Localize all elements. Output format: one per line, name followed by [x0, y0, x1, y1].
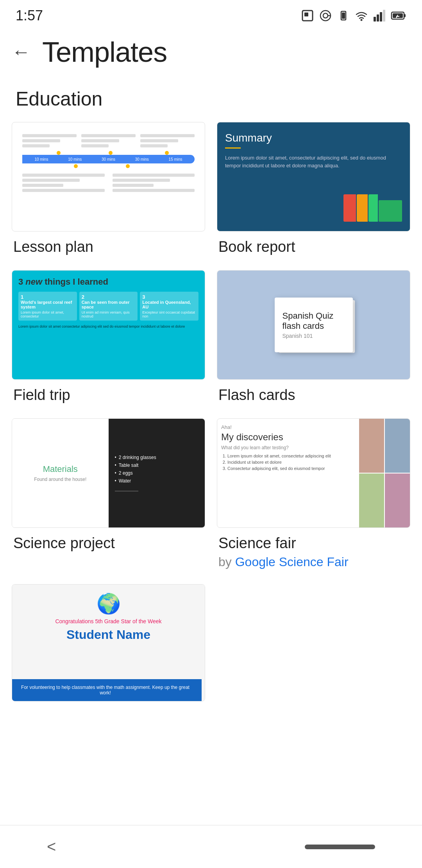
template-item-flash-cards[interactable]: Spanish Quiz flash cards Spanish 101 Fla… [217, 270, 410, 407]
student-congrats: Congratulations 5th Grade Star of the We… [55, 618, 161, 624]
globe-icon: 🌍 [97, 592, 121, 615]
template-thumb-science-fair: Aha! My discoveries What did you learn a… [217, 418, 410, 528]
back-button[interactable]: ← [12, 43, 30, 61]
signal-icon [373, 9, 386, 22]
template-item-field-trip[interactable]: 3 new things I learned 1 World's largest… [12, 270, 205, 407]
svg-rect-13 [404, 14, 406, 17]
template-thumb-field-trip: 3 new things I learned 1 World's largest… [12, 270, 205, 380]
template-item-lesson-plan[interactable]: 10 mins 10 mins 30 mins 30 mins 15 mins [12, 122, 205, 258]
status-icons [301, 9, 406, 22]
at-icon [319, 9, 332, 22]
lesson-plan-label: Lesson plan [12, 231, 205, 258]
book-report-label: Book report [217, 231, 410, 258]
nav-home-bar[interactable] [305, 845, 375, 849]
template-thumb-flash-cards: Spanish Quiz flash cards Spanish 101 [217, 270, 410, 380]
svg-rect-1 [304, 13, 308, 16]
nav-back-button[interactable]: < [47, 838, 56, 855]
flash-cards-label: Flash cards [217, 380, 410, 407]
template-thumb-lesson-plan: 10 mins 10 mins 30 mins 30 mins 15 mins [12, 122, 205, 231]
google-science-fair-link[interactable]: Google Science Fair [235, 555, 349, 569]
flash-card-front: Spanish Quiz flash cards Spanish 101 [275, 298, 353, 352]
book-report-title: Summary [225, 132, 402, 144]
vibrate-icon [337, 9, 350, 22]
header: ← Templates [0, 28, 422, 80]
battery-icon [391, 9, 406, 22]
student-name: Student Name [66, 628, 150, 642]
status-time: 1:57 [16, 7, 43, 24]
field-trip-label: Field trip [12, 380, 205, 407]
template-item-science-fair[interactable]: Aha! My discoveries What did you learn a… [217, 418, 410, 572]
svg-rect-6 [342, 13, 345, 19]
template-thumb-science-project: Materials Found around the house! •2 dri… [12, 418, 205, 528]
templates-grid: 10 mins 10 mins 30 mins 30 mins 15 mins [0, 122, 422, 701]
education-section: Education [0, 80, 422, 701]
svg-rect-9 [377, 14, 379, 22]
sf-photo-3 [359, 473, 384, 527]
field-card-2: 2 Can be seen from outer space Ut enim a… [79, 292, 138, 321]
book-report-body: Lorem ipsum dolor sit amet, consectetur … [225, 154, 402, 169]
sf-photo-1 [359, 419, 384, 473]
template-thumb-student-award: 🌍 Congratulations 5th Grade Star of the … [12, 584, 205, 701]
status-bar: 1:57 [0, 0, 422, 28]
svg-rect-8 [374, 17, 376, 22]
student-footer: For volunteering to help classmates with… [12, 679, 202, 701]
svg-point-7 [361, 19, 363, 21]
page-title: Templates [42, 36, 167, 68]
svg-rect-11 [383, 10, 385, 22]
science-fair-sublabel: by Google Science Fair [217, 555, 410, 572]
section-title-education: Education [0, 80, 422, 122]
square-icon [301, 9, 314, 22]
template-item-book-report[interactable]: Summary Lorem ipsum dolor sit amet, cons… [217, 122, 410, 258]
svg-rect-10 [380, 12, 382, 22]
wifi-icon [355, 9, 368, 22]
sf-photo-4 [385, 473, 410, 527]
svg-point-3 [323, 13, 328, 18]
template-item-science-project[interactable]: Materials Found around the house! •2 dri… [12, 418, 205, 572]
field-card-1: 1 World's largest coral reef system Lore… [18, 292, 77, 321]
field-trip-title: 3 new things I learned [18, 277, 198, 287]
template-item-student-award[interactable]: 🌍 Congratulations 5th Grade Star of the … [12, 584, 205, 701]
template-thumb-book-report: Summary Lorem ipsum dolor sit amet, cons… [217, 122, 410, 231]
sf-photo-2 [385, 419, 410, 473]
bottom-nav: < [0, 825, 422, 868]
science-fair-label: Science fair [217, 528, 410, 555]
science-project-label: Science project [12, 528, 205, 555]
field-card-3: 3 Located in Queensland, AU Excepteur si… [140, 292, 198, 321]
